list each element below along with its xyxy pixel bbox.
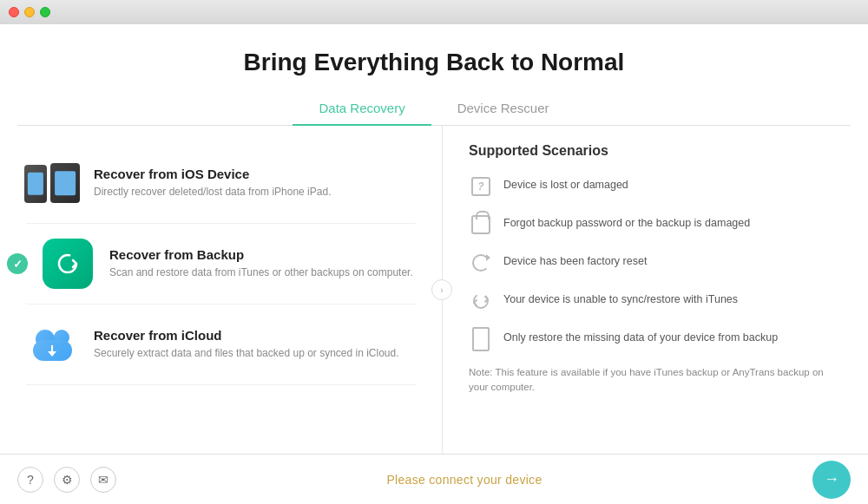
right-panel: Supported Scenarios ? Device is lost or … [443,126,868,454]
recovery-item-ios[interactable]: Recover from iOS Device Directly recover… [26,143,416,224]
note-text: Note: This feature is available if you h… [469,365,842,396]
footer: ? ⚙ ✉ Please connect your device → [0,454,868,504]
backup-item-title: Recover from Backup [109,247,413,262]
left-panel: Recover from iOS Device Directly recover… [0,126,443,454]
ios-item-title: Recover from iOS Device [94,167,331,181]
scenario-backup-password: Forgot backup password or the backup is … [469,213,842,237]
backup-item-desc: Scan and restore data from iTunes or oth… [109,265,413,280]
icloud-item-title: Recover from iCloud [94,328,399,343]
scenario-factory-reset: Device has been factory reset [469,251,842,275]
backup-icon [42,238,94,290]
ios-item-desc: Directly recover deleted/lost data from … [94,185,331,200]
footer-icons: ? ⚙ ✉ [17,467,116,493]
status-text: Please connect your device [386,473,542,487]
title-bar [0,0,868,24]
body-area: Recover from iOS Device Directly recover… [0,126,868,454]
help-button[interactable]: ? [17,467,43,493]
scenario-lost-damaged-text: Device is lost or damaged [503,174,628,193]
backup-lock-icon [469,213,493,237]
scenario-sync-text: Your device is unable to sync/restore wi… [503,289,738,308]
close-button[interactable] [9,7,19,17]
tab-bar: Data Recovery Device Rescuer [17,94,851,126]
mail-button[interactable]: ✉ [90,467,116,493]
backup-item-text: Recover from Backup Scan and restore dat… [109,247,413,280]
icloud-item-desc: Securely extract data and files that bac… [94,346,399,361]
minimize-button[interactable] [24,7,35,17]
scenario-sync: Your device is unable to sync/restore wi… [469,289,842,313]
scenario-backup-text: Forgot backup password or the backup is … [503,213,750,232]
main-content: Bring Everything Back to Normal Data Rec… [0,24,868,454]
tab-device-rescuer[interactable]: Device Rescuer [431,94,575,126]
lost-damaged-icon: ? [469,174,493,199]
tab-data-recovery[interactable]: Data Recovery [293,94,431,126]
factory-reset-icon [469,251,493,275]
scenario-restore-missing: Only restore the missing data of your de… [469,327,842,351]
scenarios-title: Supported Scenarios [469,143,842,159]
settings-button[interactable]: ⚙ [54,467,80,493]
recovery-item-icloud[interactable]: Recover from iCloud Securely extract dat… [26,304,416,385]
header: Bring Everything Back to Normal Data Rec… [0,24,868,126]
main-title: Bring Everything Back to Normal [17,49,851,76]
maximize-button[interactable] [40,7,50,17]
icloud-icon [26,318,78,370]
panel-arrow-icon[interactable]: › [431,279,452,300]
window-controls [9,7,50,17]
ios-item-text: Recover from iOS Device Directly recover… [94,167,331,200]
selected-check-icon [7,253,28,274]
ios-device-icon [26,157,78,209]
next-button[interactable]: → [812,461,851,499]
restore-missing-icon [469,327,493,351]
recovery-item-backup[interactable]: Recover from Backup Scan and restore dat… [26,224,416,304]
scenario-restore-text: Only restore the missing data of your de… [503,327,778,346]
scenario-factory-reset-text: Device has been factory reset [503,251,647,270]
scenario-lost-damaged: ? Device is lost or damaged [469,174,842,199]
svg-point-0 [59,255,76,272]
icloud-item-text: Recover from iCloud Securely extract dat… [94,328,399,361]
sync-icon [469,289,493,313]
